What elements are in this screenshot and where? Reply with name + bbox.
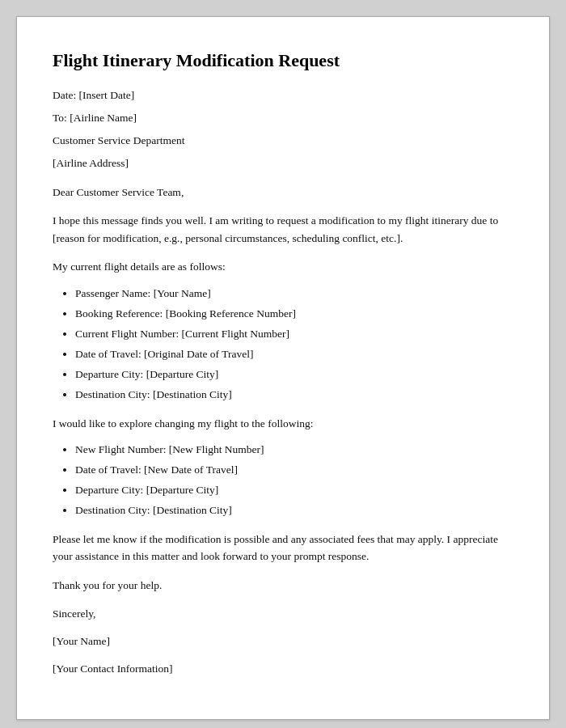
contact-line: [Your Contact Information]	[53, 661, 513, 677]
date-line: Date: [Insert Date]	[53, 87, 513, 104]
intro-paragraph: I hope this message finds you well. I am…	[53, 212, 513, 247]
current-details-intro: My current flight details are as follows…	[53, 258, 513, 276]
list-item: Departure City: [Departure City]	[75, 366, 513, 383]
list-item: Date of Travel: [New Date of Travel]	[75, 462, 513, 479]
sincerely: Sincerely,	[53, 606, 513, 622]
dept-line: Customer Service Department	[53, 133, 513, 149]
list-item: Destination City: [Destination City]	[75, 502, 513, 519]
list-item: Departure City: [Departure City]	[75, 482, 513, 499]
list-item: Date of Travel: [Original Date of Travel…	[75, 346, 513, 363]
list-item: Destination City: [Destination City]	[75, 387, 513, 404]
document-container: Flight Itinerary Modification Request Da…	[16, 16, 550, 720]
list-item: New Flight Number: [New Flight Number]	[75, 442, 513, 459]
salutation: Dear Customer Service Team,	[53, 184, 513, 201]
name-line: [Your Name]	[53, 633, 513, 650]
new-details-list: New Flight Number: [New Flight Number] D…	[75, 442, 513, 519]
closing-paragraph: Please let me know if the modification i…	[53, 531, 513, 565]
new-details-intro: I would like to explore changing my flig…	[53, 415, 513, 433]
thank-you: Thank you for your help.	[53, 577, 513, 595]
list-item: Current Flight Number: [Current Flight N…	[75, 326, 513, 343]
document-title: Flight Itinerary Modification Request	[53, 49, 513, 73]
to-line: To: [Airline Name]	[53, 110, 513, 126]
address-line: [Airline Address]	[53, 155, 513, 171]
list-item: Booking Reference: [Booking Reference Nu…	[75, 306, 513, 323]
current-details-list: Passenger Name: [Your Name] Booking Refe…	[75, 286, 513, 404]
list-item: Passenger Name: [Your Name]	[75, 286, 513, 303]
